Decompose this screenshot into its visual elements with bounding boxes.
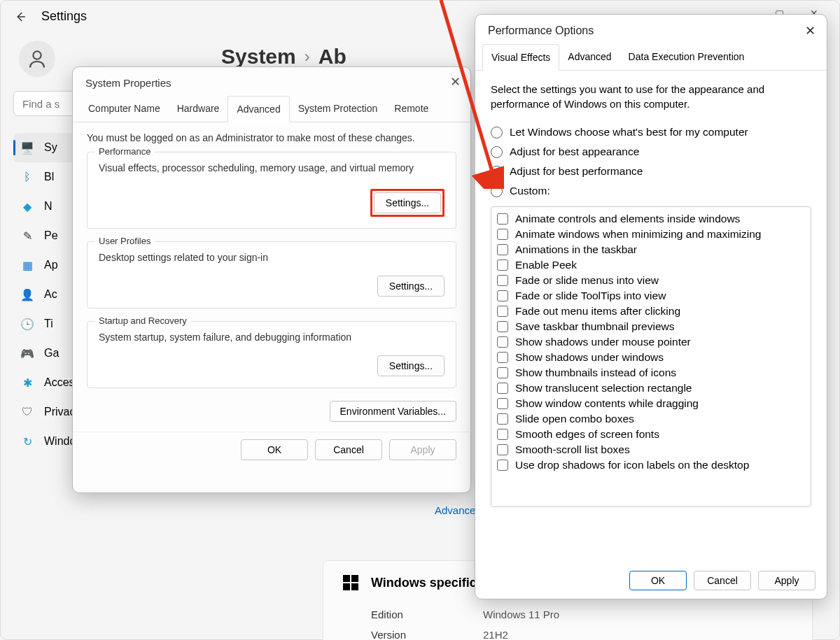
check-label: Slide open combo boxes (515, 413, 634, 425)
po-ok-button[interactable]: OK (629, 571, 687, 590)
sp-tab-advanced[interactable]: Advanced (227, 96, 289, 122)
radio-icon (491, 127, 503, 138)
check-option-10[interactable]: Show thumbnails instead of icons (497, 365, 805, 381)
check-label: Animate controls and elements inside win… (515, 213, 740, 225)
po-tab-advanced[interactable]: Advanced (559, 44, 620, 70)
close-icon[interactable]: ✕ (450, 74, 461, 90)
performance-settings-button[interactable]: Settings... (374, 192, 441, 213)
checkbox-icon (497, 321, 508, 332)
gaming-icon: 🎮 (20, 346, 34, 360)
po-tabs: Visual EffectsAdvancedData Execution Pre… (475, 44, 827, 71)
sp-apply-button[interactable]: Apply (389, 439, 456, 460)
check-option-0[interactable]: Animate controls and elements inside win… (497, 211, 805, 227)
po-cancel-button[interactable]: Cancel (694, 571, 751, 590)
env-variables-button[interactable]: Environment Variables... (330, 401, 456, 422)
radio-option-3[interactable]: Custom: (491, 181, 811, 201)
check-label: Animate windows when minimizing and maxi… (515, 228, 761, 241)
user-avatar[interactable] (19, 41, 55, 77)
radio-icon (491, 146, 503, 158)
checkbox-icon (497, 306, 508, 317)
po-tab-visual-effects[interactable]: Visual Effects (482, 44, 559, 71)
radio-option-1[interactable]: Adjust for best appearance (491, 142, 811, 162)
check-label: Show window contents while dragging (515, 397, 699, 410)
group-startup: Startup and Recovery System startup, sys… (87, 321, 456, 388)
apps-icon: ▦ (20, 258, 34, 272)
sp-admin-note: You must be logged on as an Administrato… (87, 132, 456, 143)
startup-settings-button[interactable]: Settings... (377, 355, 444, 376)
system-icon: 🖥️ (20, 141, 34, 155)
sp-tabs: Computer NameHardwareAdvancedSystem Prot… (73, 96, 470, 122)
check-option-5[interactable]: Fade or slide ToolTips into view (497, 288, 805, 304)
sp-tab-computer-name[interactable]: Computer Name (80, 96, 169, 122)
radio-option-2[interactable]: Adjust for best performance (491, 162, 811, 181)
check-label: Smooth edges of screen fonts (515, 428, 659, 441)
check-label: Fade or slide menus into view (515, 274, 659, 287)
check-option-12[interactable]: Show window contents while dragging (497, 396, 805, 411)
radio-icon (491, 185, 503, 197)
sidebar-item-label: Ap (44, 259, 58, 271)
checkbox-icon (497, 383, 508, 394)
check-label: Show thumbnails instead of icons (515, 367, 676, 379)
check-option-2[interactable]: Animations in the taskbar (497, 242, 805, 257)
spec-label: Edition (371, 609, 427, 620)
check-option-11[interactable]: Show translucent selection rectangle (497, 381, 805, 396)
checkbox-icon (497, 367, 508, 378)
check-option-16[interactable]: Use drop shadows for icon labels on the … (497, 457, 805, 473)
check-option-4[interactable]: Fade or slide menus into view (497, 273, 805, 288)
spec-value: 21H2 (483, 629, 508, 640)
check-label: Fade or slide ToolTips into view (515, 290, 666, 302)
check-label: Show shadows under windows (515, 351, 664, 364)
sp-cancel-button[interactable]: Cancel (315, 439, 382, 460)
sp-ok-button[interactable]: OK (241, 439, 308, 460)
profiles-settings-button[interactable]: Settings... (377, 276, 444, 297)
check-option-7[interactable]: Save taskbar thumbnail previews (497, 319, 805, 334)
group-desc-profiles: Desktop settings related to your sign-in (99, 252, 444, 263)
checkbox-icon (497, 413, 508, 425)
sp-tab-system-protection[interactable]: System Protection (290, 96, 386, 122)
checkbox-icon (497, 213, 508, 225)
visual-effects-checklist[interactable]: Animate controls and elements inside win… (491, 206, 811, 507)
group-desc-performance: Visual effects, processor scheduling, me… (99, 162, 444, 173)
check-label: Show shadows under mouse pointer (515, 336, 691, 348)
check-option-13[interactable]: Slide open combo boxes (497, 411, 805, 427)
sidebar-item-label: Sy (44, 141, 57, 154)
check-option-14[interactable]: Smooth edges of screen fonts (497, 427, 805, 442)
group-user-profiles: User Profiles Desktop settings related t… (87, 241, 456, 308)
check-label: Fade out menu items after clicking (515, 305, 680, 318)
back-arrow-icon[interactable] (13, 10, 27, 24)
performance-options-dialog: Performance Options ✕ Visual EffectsAdva… (475, 14, 827, 599)
checkbox-icon (497, 352, 508, 363)
sp-tab-remote[interactable]: Remote (386, 96, 437, 122)
network-icon: ◆ (20, 199, 34, 213)
check-option-9[interactable]: Show shadows under windows (497, 350, 805, 365)
breadcrumb-root[interactable]: System (221, 45, 296, 69)
check-label: Animations in the taskbar (515, 243, 637, 256)
sidebar-item-label: N (44, 200, 52, 213)
system-properties-dialog: System Properties ✕ Computer NameHardwar… (72, 66, 471, 493)
radio-option-0[interactable]: Let Windows choose what's best for my co… (491, 122, 811, 142)
check-option-3[interactable]: Enable Peek (497, 257, 805, 273)
checkbox-icon (497, 460, 508, 471)
time-icon: 🕒 (20, 317, 34, 331)
close-icon[interactable]: ✕ (805, 23, 816, 38)
checkbox-icon (497, 398, 508, 409)
po-tab-data-execution-prevention[interactable]: Data Execution Prevention (620, 44, 753, 70)
chevron-right-icon: › (304, 47, 310, 66)
check-option-1[interactable]: Animate windows when minimizing and maxi… (497, 227, 805, 242)
check-label: Smooth-scroll list boxes (515, 443, 630, 456)
check-option-8[interactable]: Show shadows under mouse pointer (497, 334, 805, 350)
sidebar-item-label: Ac (44, 288, 57, 301)
check-option-6[interactable]: Fade out menu items after clicking (497, 304, 805, 319)
check-option-15[interactable]: Smooth-scroll list boxes (497, 442, 805, 457)
sidebar-item-label: Bl (44, 171, 54, 183)
check-label: Use drop shadows for icon labels on the … (515, 459, 749, 471)
personalization-icon: ✎ (20, 229, 34, 243)
checkbox-icon (497, 444, 508, 455)
po-title: Performance Options (475, 15, 827, 44)
update-icon: ↻ (20, 434, 34, 448)
po-apply-button[interactable]: Apply (758, 571, 816, 590)
sp-tab-hardware[interactable]: Hardware (169, 96, 228, 122)
check-label: Show translucent selection rectangle (515, 382, 692, 394)
radio-icon (491, 166, 503, 178)
settings-title: Settings (41, 9, 87, 24)
